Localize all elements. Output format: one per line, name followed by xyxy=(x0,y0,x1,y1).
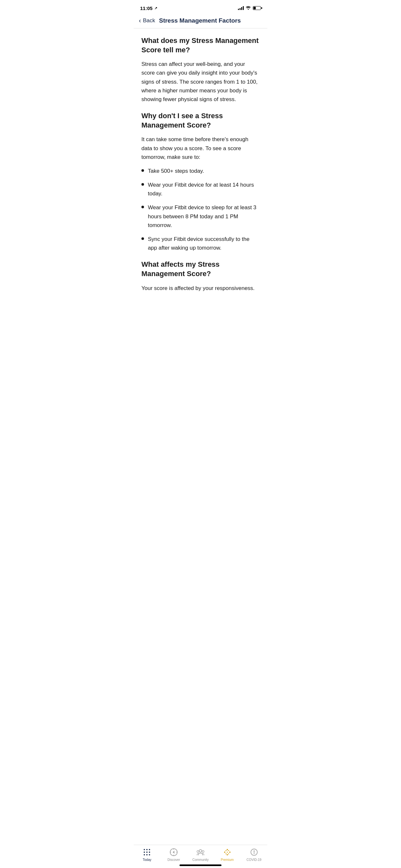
section1-heading: What does my Stress Management Score tel… xyxy=(142,36,259,55)
battery-icon xyxy=(253,6,261,10)
section2-heading: Why don't I see a Stress Management Scor… xyxy=(142,112,259,130)
time-display: 11:05 xyxy=(140,5,152,11)
bullet-text: Sync your Fitbit device successfully to … xyxy=(148,235,259,252)
section3-body: Your score is affected by your responsiv… xyxy=(142,284,259,292)
bullet-dot-icon xyxy=(142,183,144,186)
bullet-dot-icon xyxy=(142,206,144,208)
status-icons xyxy=(238,5,261,11)
list-item: Sync your Fitbit device successfully to … xyxy=(142,235,259,252)
list-item: Take 500+ steps today. xyxy=(142,166,259,175)
bullet-text: Wear your Fitbit device for at least 14 … xyxy=(148,181,259,198)
nav-header: ‹ Back Stress Management Factors xyxy=(134,14,267,28)
bullet-text: Take 500+ steps today. xyxy=(148,166,204,175)
bullet-dot-icon xyxy=(142,237,144,240)
bullet-list: Take 500+ steps today.Wear your Fitbit d… xyxy=(142,166,259,252)
status-time: 11:05 ↗ xyxy=(140,5,157,11)
list-item: Wear your Fitbit device to sleep for at … xyxy=(142,203,259,229)
back-button[interactable]: ‹ Back xyxy=(139,17,155,24)
location-arrow-icon: ↗ xyxy=(154,6,157,10)
bullet-dot-icon xyxy=(142,169,144,172)
section1-body: Stress can affect your well-being, and y… xyxy=(142,60,259,104)
section2-intro: It can take some time before there's eno… xyxy=(142,135,259,161)
list-item: Wear your Fitbit device for at least 14 … xyxy=(142,181,259,198)
page-title: Stress Management Factors xyxy=(159,17,241,24)
content-area: What does my Stress Management Score tel… xyxy=(134,28,267,333)
status-bar: 11:05 ↗ xyxy=(134,0,267,14)
section3-heading: What affects my Stress Management Score? xyxy=(142,260,259,278)
back-chevron-icon: ‹ xyxy=(139,17,141,24)
back-label: Back xyxy=(143,18,155,24)
wifi-icon xyxy=(246,5,251,11)
bullet-text: Wear your Fitbit device to sleep for at … xyxy=(148,203,259,229)
signal-icon xyxy=(238,6,244,10)
